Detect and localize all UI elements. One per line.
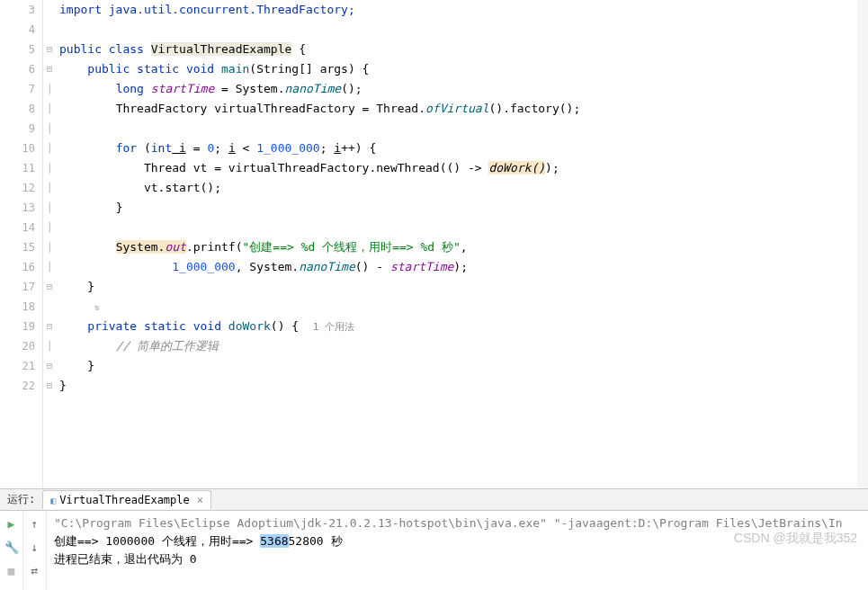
class-name: VirtualThreadExample xyxy=(151,42,292,56)
run-toolbar-secondary: ↑ ↓ ⇄ xyxy=(23,511,47,590)
usage-hint[interactable]: 1 个用法 xyxy=(313,321,354,333)
line-number[interactable]: 14 xyxy=(0,218,35,237)
fold-icon[interactable]: ⊟ xyxy=(43,356,56,376)
console-command-line: "C:\Program Files\Eclipse Adoptium\jdk-2… xyxy=(54,514,861,532)
fold-icon[interactable]: ⊟ xyxy=(43,277,56,297)
line-number[interactable]: 17 xyxy=(0,277,35,297)
scroll-down-button[interactable]: ↓ xyxy=(26,538,44,556)
line-number[interactable]: 18 xyxy=(0,297,35,317)
line-number[interactable]: 7 xyxy=(0,79,35,99)
soft-wrap-button[interactable]: ⇄ xyxy=(26,561,44,579)
line-number[interactable]: 10 xyxy=(0,139,35,158)
code-editor[interactable]: import java.util.concurrent.ThreadFactor… xyxy=(56,0,868,488)
fold-icon[interactable]: ⊟ xyxy=(43,376,56,396)
stop-button[interactable]: ■ xyxy=(3,561,21,579)
selected-text: 5368 xyxy=(260,534,288,548)
line-number[interactable]: 12 xyxy=(0,178,35,198)
run-config-tab[interactable]: ◧ VirtualThreadExample × xyxy=(42,490,211,509)
line-number[interactable]: 11 xyxy=(0,158,35,178)
fold-icon[interactable]: ⊟ xyxy=(43,40,56,59)
run-panel-label: 运行: xyxy=(0,492,42,507)
vertical-scrollbar[interactable] xyxy=(857,0,868,488)
fold-icon[interactable]: ⊟ xyxy=(43,317,56,336)
scroll-up-button[interactable]: ↑ xyxy=(26,514,44,532)
close-icon[interactable]: × xyxy=(197,494,203,506)
line-number[interactable]: 3 xyxy=(0,0,35,20)
rerun-button[interactable]: ▶ xyxy=(3,514,21,532)
run-panel-header: 运行: ◧ VirtualThreadExample × xyxy=(0,489,868,511)
console-output-line: 创建==> 1000000 个线程，用时==> 536852800 秒 xyxy=(54,532,861,550)
fold-icon[interactable]: ⊟ xyxy=(43,59,56,79)
run-config-name: VirtualThreadExample xyxy=(59,494,190,506)
fold-column[interactable]: ⊟ ⊟ │ │ │ │ │ │ │ │ │ │ ⊟ ⊟ │ ⊟ ⊟ xyxy=(43,0,56,488)
settings-button[interactable]: 🔧 xyxy=(3,538,21,556)
line-number[interactable]: 21 xyxy=(0,356,35,376)
console-exit-line: 进程已结束，退出代码为 0 xyxy=(54,550,861,568)
line-number[interactable]: ▶5 xyxy=(0,40,35,59)
run-toolbar-primary: ▶ 🔧 ■ xyxy=(0,511,23,590)
line-number[interactable]: ▶6 xyxy=(0,59,35,79)
line-number[interactable]: 19 xyxy=(0,317,35,336)
line-number-gutter[interactable]: 3 4 ▶5 ▶6 7 8 9 10 11 12 13 14 15 16 17 … xyxy=(0,0,43,488)
line-number[interactable]: 20 xyxy=(0,336,35,356)
line-number[interactable]: 13 xyxy=(0,198,35,218)
run-panel: 运行: ◧ VirtualThreadExample × ▶ 🔧 ■ ↑ ↓ ⇄… xyxy=(0,489,868,590)
line-number[interactable]: 15 xyxy=(0,237,35,257)
editor-pane: 3 4 ▶5 ▶6 7 8 9 10 11 12 13 14 15 16 17 … xyxy=(0,0,868,488)
console-output[interactable]: "C:\Program Files\Eclipse Adoptium\jdk-2… xyxy=(47,511,868,590)
line-number[interactable]: 4 xyxy=(0,20,35,40)
line-number[interactable]: 9 xyxy=(0,119,35,139)
line-number[interactable]: 16 xyxy=(0,257,35,277)
line-number[interactable]: 8 xyxy=(0,99,35,119)
line-number[interactable]: 22 xyxy=(0,376,35,396)
java-file-icon: ◧ xyxy=(50,496,56,505)
